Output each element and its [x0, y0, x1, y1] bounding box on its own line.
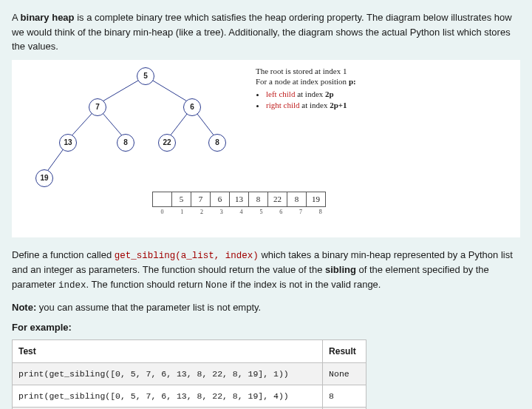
tree-node: 7: [89, 98, 106, 116]
tree-area: 57613822819: [22, 67, 236, 186]
legend-left-child: left child at index 2p: [266, 89, 356, 100]
tree-edges: [22, 67, 236, 186]
test-cell: print(get_sibling([0, 5, 7, 6, 13, 8, 22…: [13, 362, 323, 385]
examples-table: Test Result print(get_sibling([0, 5, 7, …: [12, 339, 366, 410]
legend-box: The root is stored at index 1 For a node…: [256, 66, 356, 111]
note-paragraph: Note: you can assume that the parameter …: [12, 300, 520, 315]
tree-node: 5: [137, 67, 154, 85]
array-cell: 7: [191, 192, 211, 206]
table-row: print(get_sibling([0, 5, 7, 6, 13, 8, 22…: [13, 362, 366, 385]
return-none: None: [205, 280, 228, 291]
array-index-label: 8: [310, 208, 330, 217]
array-cell: 19: [307, 192, 326, 206]
intro-after: is a complete binary tree which satisfie…: [12, 12, 512, 52]
array-index-label: 4: [231, 208, 251, 217]
array-cell: 8: [287, 192, 307, 206]
array-cell: 8: [249, 192, 268, 206]
array-index-label: 0: [152, 208, 172, 217]
task-paragraph: Define a function called get_sibling(a_l…: [12, 248, 520, 293]
legend-line-2: For a node at index position p:: [256, 76, 356, 87]
intro-term: binary heap: [21, 12, 75, 23]
array-index-label: 6: [271, 208, 291, 217]
array-indices: 012345678: [152, 208, 330, 217]
tree-node: 8: [117, 134, 134, 152]
result-cell: None: [323, 362, 366, 385]
tree-node: 6: [183, 98, 201, 116]
for-example-label: For example:: [12, 320, 520, 335]
array-cell: 22: [268, 192, 287, 206]
result-cell: 8: [323, 385, 366, 407]
legend-right-child: right child at index 2p+1: [266, 100, 356, 111]
array-cell: [153, 192, 172, 206]
col-test: Test: [13, 339, 323, 362]
array-index-label: 7: [291, 208, 311, 217]
tree-node: 19: [35, 169, 53, 187]
tree-node: 13: [59, 134, 77, 152]
param-index: index: [58, 280, 86, 291]
array-cell: 5: [172, 192, 191, 206]
array-index-label: 5: [251, 208, 271, 217]
tree-node: 22: [158, 134, 176, 152]
array-index-label: 2: [192, 208, 212, 217]
table-row: print(get_sibling([0, 5, 7, 6, 13, 8, 22…: [13, 385, 366, 407]
col-result: Result: [323, 339, 366, 362]
intro-before: A: [12, 12, 21, 23]
array-index-label: 1: [172, 208, 192, 217]
array-index-label: 3: [211, 208, 231, 217]
tree-node: 8: [208, 134, 226, 152]
test-cell: print(get_sibling([0, 5, 7, 6, 13, 8, 22…: [13, 385, 323, 407]
legend-line-1: The root is stored at index 1: [256, 66, 356, 77]
diagram-container: 57613822819 The root is stored at index …: [12, 60, 520, 237]
array-cell: 13: [230, 192, 249, 206]
function-signature: get_sibling(a_list, index): [115, 251, 259, 261]
intro-paragraph: A binary heap is a complete binary tree …: [12, 10, 520, 54]
array-cell: 6: [211, 192, 230, 206]
array-table: 57613822819: [152, 192, 326, 207]
